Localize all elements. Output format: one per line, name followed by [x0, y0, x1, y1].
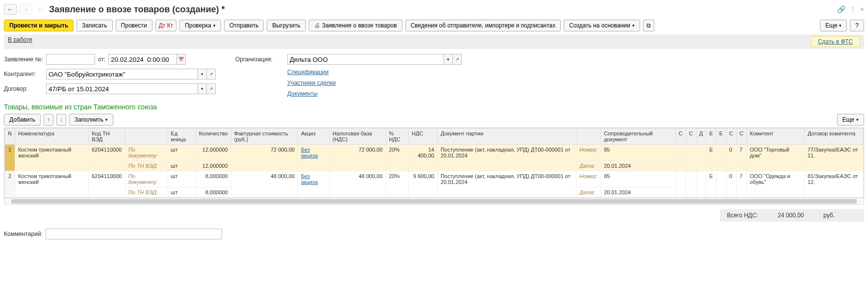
- table-more-button[interactable]: Еще: [837, 114, 864, 126]
- add-button[interactable]: Добавить: [4, 114, 41, 126]
- col-kcontract[interactable]: Договор комитента: [804, 129, 863, 145]
- check-button[interactable]: Проверка: [179, 20, 221, 31]
- cell-qty[interactable]: 12,000000: [196, 145, 231, 161]
- col-qty[interactable]: Количество: [196, 129, 231, 145]
- col-sub[interactable]: [125, 129, 168, 145]
- cell-c4[interactable]: Е: [706, 171, 716, 198]
- cell-qty2[interactable]: 8,000000: [196, 187, 231, 198]
- cell-unit2[interactable]: шт: [168, 187, 196, 198]
- col-batch[interactable]: Документ партии: [437, 129, 576, 145]
- col-accomp[interactable]: Сопроводительный документ: [601, 129, 676, 145]
- col-n[interactable]: N: [5, 129, 15, 145]
- print-button[interactable]: 🖨 Заявление о ввозе товаров: [309, 20, 402, 31]
- help-button[interactable]: ?: [850, 20, 864, 31]
- cell-komitent[interactable]: ООО "Одежда и обувь": [746, 171, 804, 198]
- cell-excise[interactable]: Без акциза: [298, 145, 329, 171]
- fill-button[interactable]: Заполнить: [69, 114, 113, 126]
- cell-base[interactable]: 48 000,00: [329, 171, 386, 198]
- cell-tnved[interactable]: 6204110000: [89, 171, 125, 198]
- cell-qty[interactable]: 8,000000: [196, 171, 231, 187]
- cell-kcontract[interactable]: 77/Закупка/ЕАЭС от 11.: [804, 145, 863, 171]
- cell-anum[interactable]: 85: [601, 145, 676, 161]
- cell-batch[interactable]: Поступление (акт, накладная, УПД) ДТ00-0…: [437, 145, 576, 171]
- col-c5[interactable]: Е: [716, 129, 726, 145]
- menu-icon[interactable]: ⋮: [849, 5, 856, 13]
- col-base[interactable]: Налоговая база (НДС): [329, 129, 386, 145]
- cell-rate[interactable]: 20%: [386, 171, 409, 198]
- favorite-icon[interactable]: ☆: [35, 5, 46, 14]
- col-komitent[interactable]: Комитент: [746, 129, 804, 145]
- col-c2[interactable]: С: [686, 129, 696, 145]
- calendar-icon[interactable]: 📅: [177, 54, 186, 65]
- cell-kcontract[interactable]: 81/Закупка/ЕАЭС от 12.: [804, 171, 863, 198]
- cell-anum[interactable]: 85: [601, 171, 676, 187]
- close-icon[interactable]: ×: [860, 5, 864, 13]
- col-accomp-lbl[interactable]: [576, 129, 601, 145]
- table-row[interactable]: 1 Костюм трикотажный женский 6204110000 …: [5, 145, 864, 161]
- cell-qty2[interactable]: 12,000000: [196, 161, 231, 171]
- open-icon[interactable]: ↗: [207, 83, 216, 94]
- cell-c7[interactable]: 7: [736, 171, 746, 198]
- forward-button[interactable]: →: [20, 4, 32, 15]
- date-input[interactable]: [108, 54, 177, 65]
- cell-c4[interactable]: Е: [706, 145, 716, 171]
- cell-c6[interactable]: 0: [726, 145, 736, 171]
- dtkt-button[interactable]: Дт Кт: [155, 20, 176, 31]
- col-c6[interactable]: С: [726, 129, 736, 145]
- sender-info-button[interactable]: Сведения об отправителе, импортере и под…: [405, 20, 561, 31]
- create-on-basis-button[interactable]: Создать на основании: [564, 20, 640, 31]
- cell-unit[interactable]: шт: [168, 145, 196, 161]
- post-and-close-button[interactable]: Провести и закрыть: [4, 20, 74, 31]
- send-button[interactable]: Отправить: [224, 20, 264, 31]
- status-link[interactable]: В работе: [8, 36, 32, 47]
- more-button[interactable]: Еще: [820, 20, 847, 31]
- move-down-button[interactable]: ↓: [56, 114, 66, 126]
- cell-c7[interactable]: 7: [736, 145, 746, 171]
- col-rate[interactable]: % НДС: [386, 129, 409, 145]
- cell-base[interactable]: 72 000,00: [329, 145, 386, 171]
- open-icon[interactable]: ↗: [207, 69, 216, 79]
- comment-input[interactable]: [46, 229, 222, 239]
- horizontal-scrollbar[interactable]: [4, 198, 864, 205]
- structure-button[interactable]: ⧉: [643, 20, 654, 31]
- cell-c6[interactable]: 0: [726, 171, 736, 198]
- col-excise[interactable]: Акциз: [298, 129, 329, 145]
- dropdown-icon[interactable]: ▾: [444, 54, 453, 65]
- link-icon[interactable]: 🔗: [837, 5, 845, 13]
- cell-adate[interactable]: 20.01.2024: [601, 187, 676, 198]
- cell-invoice[interactable]: 72 000,00: [231, 145, 298, 171]
- col-c4[interactable]: Е: [706, 129, 716, 145]
- send-fts-button[interactable]: Сдать в ФТС: [811, 36, 860, 47]
- col-c3[interactable]: Д: [696, 129, 706, 145]
- cell-nom[interactable]: Костюм трикотажный женский: [15, 145, 88, 171]
- contract-input[interactable]: [46, 83, 198, 94]
- table-row[interactable]: 2 Костюм трикотажный женский 6204110000 …: [5, 171, 864, 187]
- col-c1[interactable]: С: [675, 129, 686, 145]
- spec-link[interactable]: Спецификации: [287, 69, 328, 76]
- docs-link[interactable]: Документы: [287, 90, 318, 97]
- save-button[interactable]: Записать: [76, 20, 112, 31]
- col-c7[interactable]: С: [736, 129, 746, 145]
- cell-adate[interactable]: 20.01.2024: [601, 161, 676, 171]
- dropdown-icon[interactable]: ▾: [198, 83, 207, 94]
- cell-invoice[interactable]: 48 000,00: [231, 171, 298, 198]
- cell-batch[interactable]: Поступление (акт, накладная, УПД) ДТ00-0…: [437, 171, 576, 198]
- cell-nom[interactable]: Костюм трикотажный женский: [15, 171, 88, 198]
- contragent-input[interactable]: [46, 69, 198, 79]
- cell-komitent[interactable]: ООО "Торговый дом": [746, 145, 804, 171]
- org-input[interactable]: [287, 54, 444, 65]
- cell-unit[interactable]: шт: [168, 171, 196, 187]
- col-nomenclature[interactable]: Номенклатура: [15, 129, 88, 145]
- declaration-num-input[interactable]: [46, 54, 95, 65]
- parties-link[interactable]: Участники сделки: [287, 79, 336, 86]
- cell-tnved[interactable]: 6204110000: [89, 145, 125, 171]
- cell-excise[interactable]: Без акциза: [298, 171, 329, 198]
- col-vat[interactable]: НДС: [409, 129, 438, 145]
- cell-rate[interactable]: 20%: [386, 145, 409, 171]
- dropdown-icon[interactable]: ▾: [198, 69, 207, 79]
- move-up-button[interactable]: ↑: [44, 114, 53, 126]
- col-tnved[interactable]: Код ТН ВЭД: [89, 129, 125, 145]
- cell-vat[interactable]: 14 400,00: [409, 145, 438, 171]
- open-icon[interactable]: ↗: [453, 54, 462, 65]
- cell-vat[interactable]: 9 600,00: [409, 171, 438, 198]
